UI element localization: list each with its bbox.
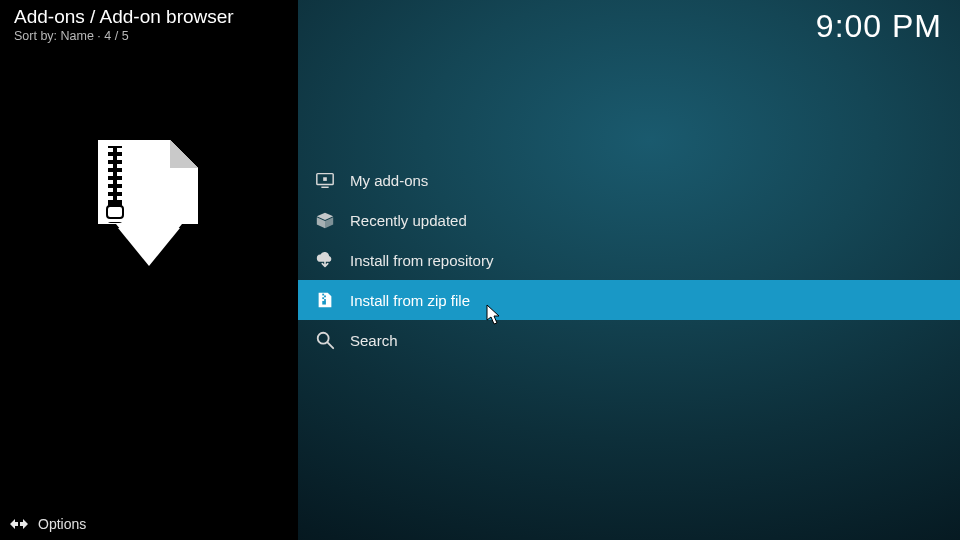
svg-rect-38 [136,188,162,228]
svg-rect-34 [117,188,122,192]
svg-rect-42 [322,294,324,296]
svg-rect-32 [117,180,122,184]
install-from-zip-large-icon [78,134,218,274]
options-button[interactable]: Options [0,508,298,540]
svg-rect-31 [108,180,113,184]
menu-item-recently-updated[interactable]: Recently updated [298,200,960,240]
svg-rect-37 [107,206,123,218]
svg-rect-46 [322,301,326,305]
breadcrumb: Add-ons / Add-on browser [14,6,234,28]
menu-item-search[interactable]: Search [298,320,960,360]
svg-rect-27 [108,164,113,168]
sort-sep: · [94,29,104,43]
menu-item-label: Install from zip file [350,292,470,309]
svg-rect-43 [324,295,326,297]
menu-item-label: Recently updated [350,212,467,229]
menu-item-label: Install from repository [350,252,493,269]
menu-item-install-from-zip-file[interactable]: Install from zip file [298,280,960,320]
svg-rect-25 [108,156,113,160]
svg-line-48 [328,343,333,348]
menu-item-my-addons[interactable]: My add-ons [298,160,960,200]
clock: 9:00 PM [816,8,942,45]
svg-rect-29 [108,172,113,176]
svg-rect-23 [108,148,113,152]
svg-rect-44 [322,297,324,299]
svg-rect-33 [108,188,113,192]
svg-rect-35 [108,196,113,200]
sort-prefix: Sort by: [14,29,61,43]
menu-item-install-from-repository[interactable]: Install from repository [298,240,960,280]
expand-horizontal-icon [10,515,28,533]
svg-rect-26 [117,156,122,160]
header: Add-ons / Add-on browser Sort by: Name ·… [14,6,234,43]
svg-rect-41 [323,177,327,181]
sort-field: Name [61,29,94,43]
options-label: Options [38,516,86,532]
sidebar: Add-ons / Add-on browser Sort by: Name ·… [0,0,298,540]
svg-rect-24 [117,148,122,152]
search-icon [314,329,336,351]
svg-rect-36 [117,196,122,200]
cloud-down-icon [314,249,336,271]
list-position: 4 / 5 [104,29,128,43]
menu-item-label: Search [350,332,398,349]
addon-browser-menu: My add-ons Recently updated Install from… [298,160,960,360]
svg-rect-30 [117,172,122,176]
screen-icon [314,169,336,191]
svg-rect-28 [117,164,122,168]
zip-file-icon [314,289,336,311]
svg-rect-45 [324,299,326,301]
open-box-icon [314,209,336,231]
svg-point-47 [318,333,329,344]
menu-item-label: My add-ons [350,172,428,189]
sort-line: Sort by: Name · 4 / 5 [14,29,234,43]
